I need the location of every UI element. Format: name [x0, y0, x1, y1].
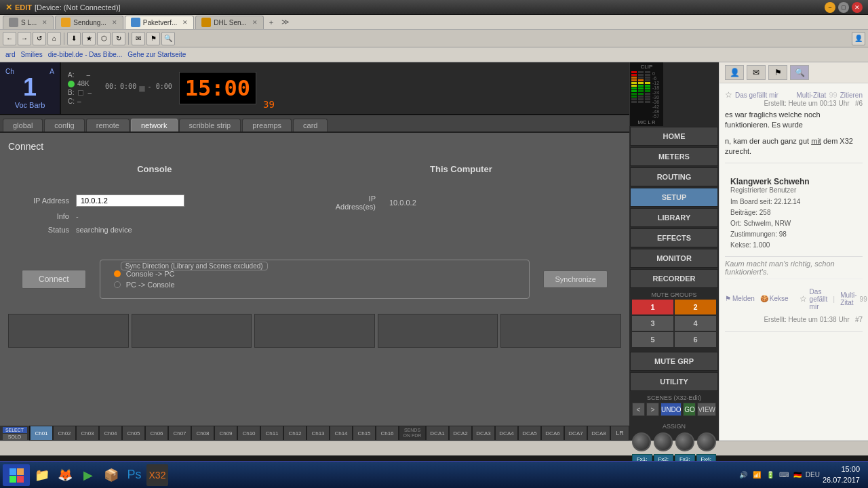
sends-on-fdr-btn[interactable]: SENDSON FDR [399, 426, 426, 441]
knob-4[interactable] [697, 432, 716, 451]
toolbar-btn-9[interactable]: ✉ [132, 32, 145, 45]
back-button[interactable]: ← [3, 32, 16, 45]
toolbar-btn-10[interactable]: ⚑ [146, 32, 160, 45]
scene-go-btn[interactable]: GO [683, 403, 696, 416]
scene-undo-btn[interactable]: UNDO [660, 403, 682, 416]
dca8-btn[interactable]: DCA8 [587, 426, 610, 441]
ip-input[interactable] [76, 195, 184, 207]
ch-tab-ch06[interactable]: Ch06 [145, 426, 168, 441]
taskbar-browser-icon[interactable]: 🦊 [54, 464, 76, 486]
tab-close-3[interactable]: ✕ [252, 19, 258, 26]
dca6-btn[interactable]: DCA6 [541, 426, 564, 441]
lr-btn[interactable]: LR [610, 426, 629, 441]
taskbar-x32-icon[interactable]: X32 [146, 464, 168, 486]
mute-group-5[interactable]: 5 [632, 332, 673, 347]
ch-tab-ch13[interactable]: Ch13 [307, 426, 330, 441]
ch-tab-ch04[interactable]: Ch04 [99, 426, 122, 441]
taskbar-play-icon[interactable]: ▶ [77, 464, 99, 486]
knob-1[interactable] [632, 432, 651, 451]
monitor-btn[interactable]: MONITOR [630, 249, 718, 268]
systray-icon-1[interactable]: 🔊 [738, 470, 749, 481]
cookie-action[interactable]: 🍪 Kekse [760, 287, 789, 310]
forum-icon-mail[interactable]: ✉ [747, 65, 766, 80]
browser-tab-2[interactable]: Paketverf... ✕ [125, 16, 195, 29]
synchronize-button[interactable]: Synchronize [543, 270, 608, 288]
taskbar-app4-icon[interactable]: 📦 [100, 464, 122, 486]
mute-group-6[interactable]: 6 [675, 332, 716, 347]
ch-tab-ch11[interactable]: Ch11 [260, 426, 283, 441]
like-text-7[interactable]: Das gefällt mir [810, 288, 828, 310]
home-btn[interactable]: HOME [630, 127, 718, 146]
systray-icon-3[interactable]: 🔋 [765, 470, 776, 481]
forum-icon-flag[interactable]: ⚑ [768, 65, 787, 80]
tab-global[interactable]: global [3, 119, 43, 131]
setup-btn[interactable]: SETUP [630, 188, 718, 207]
like-star-7[interactable]: ☆ [800, 294, 807, 304]
ch-tab-ch07[interactable]: Ch07 [168, 426, 191, 441]
zitieren-6[interactable]: Zitieren [840, 92, 863, 99]
toolbar-btn-7[interactable]: ⬡ [97, 32, 111, 45]
systray-icon-5[interactable]: 🇩🇪 [792, 470, 803, 481]
toolbar-btn-11[interactable]: 🔍 [161, 32, 175, 45]
toolbar-user-btn[interactable]: 👤 [852, 32, 865, 45]
tab-remote[interactable]: remote [86, 119, 130, 131]
browser-tab-1[interactable]: Sendung... ✕ [55, 16, 123, 29]
dca2-btn[interactable]: DCA2 [449, 426, 472, 441]
like-text-6[interactable]: Das gefällt mir [735, 92, 778, 99]
knob-2[interactable] [654, 432, 673, 451]
toolbar-btn-6[interactable]: ★ [82, 32, 96, 45]
toolbar-btn-5[interactable]: ⬇ [67, 32, 81, 45]
browser-tab-0[interactable]: S L... ✕ [3, 16, 54, 29]
ch-tab-ch12[interactable]: Ch12 [283, 426, 307, 441]
ch-tab-ch09[interactable]: Ch09 [214, 426, 237, 441]
ch-tab-ch15[interactable]: Ch15 [353, 426, 376, 441]
home-browser-button[interactable]: ⌂ [47, 32, 61, 45]
tab-close-1[interactable]: ✕ [112, 19, 117, 26]
scene-next-btn[interactable]: > [646, 403, 659, 416]
dca5-btn[interactable]: DCA5 [518, 426, 541, 441]
mute-group-2[interactable]: 2 [675, 300, 716, 314]
ch-tab-ch05[interactable]: Ch05 [122, 426, 145, 441]
meters-btn[interactable]: METERS [630, 147, 718, 166]
bookmark-smilies[interactable]: Smilies [20, 51, 42, 58]
tab-close-2[interactable]: ✕ [182, 19, 188, 26]
scene-view-btn[interactable]: VIEW [697, 403, 716, 416]
tab-nav[interactable]: ≫ [279, 18, 292, 26]
taskbar-ps-icon[interactable]: Ps [123, 464, 145, 486]
minimize-button[interactable]: − [825, 2, 835, 13]
mute-group-4[interactable]: 4 [675, 316, 716, 331]
dca1-btn[interactable]: DCA1 [426, 426, 449, 441]
routing-btn[interactable]: ROUTING [630, 167, 718, 186]
knob-3[interactable] [675, 432, 694, 451]
tab-preamps[interactable]: preamps [242, 119, 292, 131]
systray-icon-2[interactable]: 📶 [751, 470, 762, 481]
multizitat-7[interactable]: Multi-Zitat [840, 291, 856, 306]
ch-tab-ch10[interactable]: Ch10 [237, 426, 260, 441]
close-button[interactable]: ✕ [852, 2, 863, 13]
like-star-6[interactable]: ☆ [725, 90, 732, 100]
tab-scribble[interactable]: scribble strip [179, 119, 241, 131]
refresh-button[interactable]: ↺ [33, 32, 46, 45]
multizitat-6[interactable]: Multi-Zitat [796, 92, 826, 99]
forward-button[interactable]: → [18, 32, 31, 45]
mute-group-1[interactable]: 1 [632, 300, 673, 314]
utility-btn[interactable]: UTILITY [630, 372, 718, 391]
dca7-btn[interactable]: DCA7 [564, 426, 587, 441]
scene-prev-btn[interactable]: < [632, 403, 645, 416]
ch-tab-ch01[interactable]: Ch01 [30, 426, 53, 441]
mute-grp-btn[interactable]: MUTE GRP [630, 352, 718, 371]
ch-tab-ch14[interactable]: Ch14 [330, 426, 353, 441]
recorder-btn[interactable]: RECORDER [630, 269, 718, 288]
dca3-btn[interactable]: DCA3 [472, 426, 495, 441]
bookmark-bibel[interactable]: die-bibel.de - Das Bibe... [48, 51, 123, 58]
ch-tab-ch08[interactable]: Ch08 [191, 426, 214, 441]
ch-tab-ch03[interactable]: Ch03 [76, 426, 99, 441]
tab-config[interactable]: config [44, 119, 84, 131]
ch-tab-ch16[interactable]: Ch16 [376, 426, 399, 441]
report-action[interactable]: ⚑ Melden [725, 287, 755, 310]
maximize-button[interactable]: □ [838, 2, 849, 13]
forum-icon-person[interactable]: 👤 [725, 65, 744, 80]
dca4-btn[interactable]: DCA4 [495, 426, 518, 441]
connect-button[interactable]: Connect [22, 270, 86, 289]
ch-tab-ch02[interactable]: Ch02 [53, 426, 76, 441]
